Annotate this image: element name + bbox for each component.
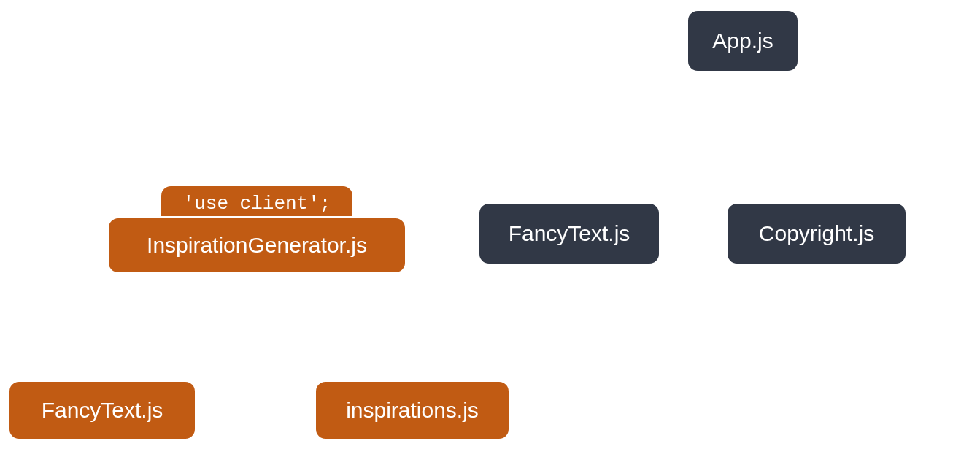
node-copyright: Copyright.js [725,202,908,266]
node-inspirations: inspirations.js [314,380,511,441]
directive-use-client-text: 'use client'; [183,193,331,215]
node-copyright-label: Copyright.js [759,221,874,246]
node-fancytext-client-label: FancyText.js [42,398,163,423]
node-inspiration-generator: InspirationGenerator.js [107,216,407,275]
edge-label-app-to-inspiration: imports [343,89,396,108]
node-fancytext-server-label: FancyText.js [509,221,630,246]
node-app-label: App.js [712,28,773,53]
edge-label-ig-to-fancytext: imports [126,291,178,310]
module-tree-diagram: imports imports imports imports App.js '… [0,0,980,449]
edge-label-ig-to-inspirations: imports [306,291,359,310]
directive-use-client: 'use client'; [159,184,355,220]
edge-label-app-to-copyright: imports [854,89,906,108]
node-app: App.js [686,9,800,73]
node-fancytext-client: FancyText.js [7,380,197,441]
node-inspiration-generator-label: InspirationGenerator.js [147,233,367,258]
node-fancytext-server: FancyText.js [477,202,661,266]
node-inspirations-label: inspirations.js [346,398,479,423]
